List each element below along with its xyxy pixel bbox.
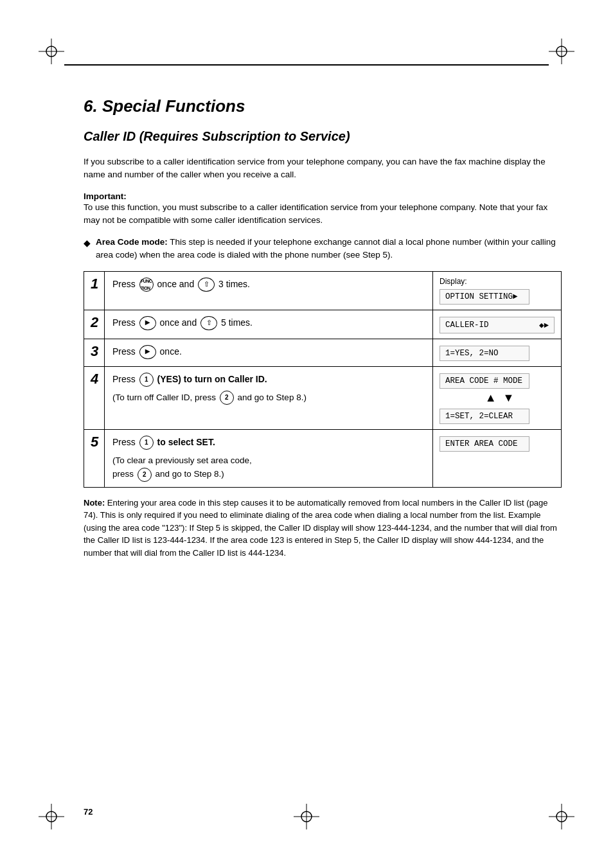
step-2-number: 2 bbox=[84, 310, 105, 339]
bullet-area-code: ◆ Area Code mode: This step is needed if… bbox=[84, 236, 562, 262]
step-5-display-box: ENTER AREA CODE bbox=[440, 436, 529, 452]
button-1b-icon: 1 bbox=[139, 436, 154, 450]
step-1-display: Display: OPTION SETTING► bbox=[433, 271, 562, 310]
important-text: To use this function, you must subscribe… bbox=[84, 202, 547, 225]
intro-paragraph: If you subscribe to a caller identificat… bbox=[84, 155, 562, 182]
top-rule bbox=[64, 64, 549, 66]
down-arrow-icon: ▼ bbox=[503, 391, 515, 405]
corner-mark-tr bbox=[549, 39, 574, 64]
step-3-instruction: Press ► once. bbox=[112, 346, 182, 357]
button-1-icon: 1 bbox=[139, 373, 154, 387]
note-block: Note: Entering your area code in this st… bbox=[84, 497, 562, 560]
step-1-number: 1 bbox=[84, 271, 105, 310]
step-4-row: 4 Press 1 (YES) to turn on Caller ID. (T… bbox=[84, 366, 562, 429]
button-2-icon: 2 bbox=[220, 391, 234, 405]
step-3-display: 1=YES, 2=NO bbox=[433, 339, 562, 366]
note-text: Entering your area code in this step cau… bbox=[84, 498, 557, 558]
step-1-instruction: Press FUNCTION once and ⇧ 3 times. bbox=[112, 279, 250, 289]
step-4-content: Press 1 (YES) to turn on Caller ID. (To … bbox=[105, 366, 433, 429]
display-label: Display: bbox=[440, 277, 555, 286]
step-4-sub-instruction: (To turn off Caller ID, press 2 and go t… bbox=[112, 391, 425, 405]
step-2-display: CALLER-ID ◆► bbox=[433, 310, 562, 339]
right-button-2-icon: ► bbox=[139, 345, 156, 359]
step-4-number: 4 bbox=[84, 366, 105, 429]
button-2b-icon: 2 bbox=[138, 468, 152, 482]
step-2-row: 2 Press ► once and ⇧ 5 times. CALLER-ID … bbox=[84, 310, 562, 339]
right-button-icon: ► bbox=[139, 316, 156, 330]
important-block: Important: To use this function, you mus… bbox=[84, 191, 562, 227]
step-2-content: Press ► once and ⇧ 5 times. bbox=[105, 310, 433, 339]
corner-mark-bl bbox=[39, 804, 64, 829]
step-5-instruction: Press 1 to select SET. (To clear a previ… bbox=[112, 437, 425, 482]
corner-mark-br bbox=[549, 804, 574, 829]
up-arrow-button-icon: ⇧ bbox=[198, 278, 215, 292]
step-5-sub-instruction-1: (To clear a previously set area code, bbox=[112, 454, 425, 468]
step-5-row: 5 Press 1 to select SET. (To clear a pre… bbox=[84, 429, 562, 487]
page-number: 72 bbox=[84, 807, 93, 817]
step-5-sub-instruction-2: press 2 and go to Step 8.) bbox=[112, 467, 425, 481]
steps-table: 1 Press FUNCTION once and ⇧ 3 times. Dis… bbox=[84, 271, 562, 488]
step-2-instruction: Press ► once and ⇧ 5 times. bbox=[112, 317, 253, 328]
bullet-text: Area Code mode: This step is needed if y… bbox=[96, 236, 562, 262]
step-4-display-box-2: 1=SET, 2=CLEAR bbox=[440, 409, 529, 424]
step-4-arrows: ▲ ▼ bbox=[445, 391, 555, 405]
main-content: 6. Special Functions Caller ID (Requires… bbox=[84, 77, 562, 804]
corner-mark-bm bbox=[294, 804, 319, 829]
step-5-display: ENTER AREA CODE bbox=[433, 429, 562, 487]
bullet-diamond-icon: ◆ bbox=[84, 236, 91, 250]
step-4-instruction: Press 1 (YES) to turn on Caller ID. (To … bbox=[112, 374, 425, 405]
step-1-row: 1 Press FUNCTION once and ⇧ 3 times. Dis… bbox=[84, 271, 562, 310]
step-4-display-box-1: AREA CODE # MODE bbox=[440, 373, 529, 389]
step-3-row: 3 Press ► once. 1=YES, 2=NO bbox=[84, 339, 562, 366]
note-label: Note: bbox=[84, 498, 105, 508]
step-3-number: 3 bbox=[84, 339, 105, 366]
corner-mark-tl bbox=[39, 39, 64, 64]
area-code-bold: Area Code mode: bbox=[96, 237, 168, 247]
step-2-display-box: CALLER-ID ◆► bbox=[440, 317, 555, 333]
step-1-content: Press FUNCTION once and ⇧ 3 times. bbox=[105, 271, 433, 310]
up-arrow-2-button-icon: ⇧ bbox=[200, 316, 217, 330]
chapter-title: 6. Special Functions bbox=[84, 96, 562, 116]
important-label: Important: bbox=[84, 191, 127, 201]
function-button-icon: FUNCTION bbox=[139, 278, 154, 292]
step-4-display: AREA CODE # MODE ▲ ▼ 1=SET, 2=CLEAR bbox=[433, 366, 562, 429]
step-3-content: Press ► once. bbox=[105, 339, 433, 366]
section-title: Caller ID (Requires Subscription to Serv… bbox=[84, 129, 562, 144]
step-5-number: 5 bbox=[84, 429, 105, 487]
step-3-display-box: 1=YES, 2=NO bbox=[440, 346, 529, 361]
up-arrow-icon: ▲ bbox=[485, 391, 497, 405]
step-5-content: Press 1 to select SET. (To clear a previ… bbox=[105, 429, 433, 487]
step-1-display-box: OPTION SETTING► bbox=[440, 289, 529, 305]
